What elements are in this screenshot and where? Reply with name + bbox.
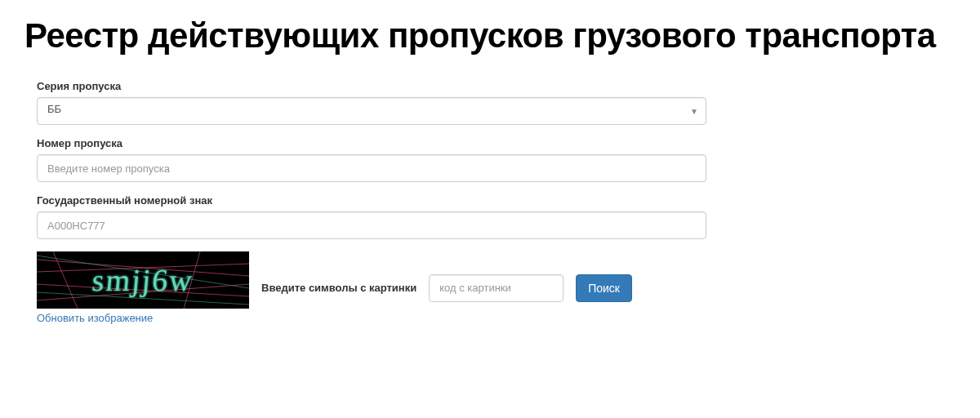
search-button[interactable]: Поиск <box>576 274 632 302</box>
captcha-block: smjj6w Обновить изображение <box>37 251 249 324</box>
page-title: Реестр действующих пропусков грузового т… <box>24 16 956 56</box>
series-select-wrapper: ББ ▼ <box>37 97 706 125</box>
plate-label: Государственный номерной знак <box>37 194 956 207</box>
search-form: Серия пропуска ББ ▼ Номер пропуска Госуд… <box>24 80 956 324</box>
plate-group: Государственный номерной знак <box>37 194 956 239</box>
series-select[interactable]: ББ <box>37 97 706 125</box>
captcha-image: smjj6w <box>37 251 249 309</box>
captcha-row: smjj6w Обновить изображение Введите симв… <box>37 251 956 324</box>
captcha-input-label: Введите символы с картинки <box>261 282 416 294</box>
captcha-refresh-link[interactable]: Обновить изображение <box>37 312 249 324</box>
plate-input[interactable] <box>37 211 706 239</box>
number-label: Номер пропуска <box>37 137 956 149</box>
captcha-text: smjj6w <box>91 262 195 298</box>
number-input[interactable] <box>37 154 706 182</box>
series-label: Серия пропуска <box>37 80 956 92</box>
series-group: Серия пропуска ББ ▼ <box>37 80 956 125</box>
captcha-input[interactable] <box>429 274 564 302</box>
number-group: Номер пропуска <box>37 137 956 182</box>
